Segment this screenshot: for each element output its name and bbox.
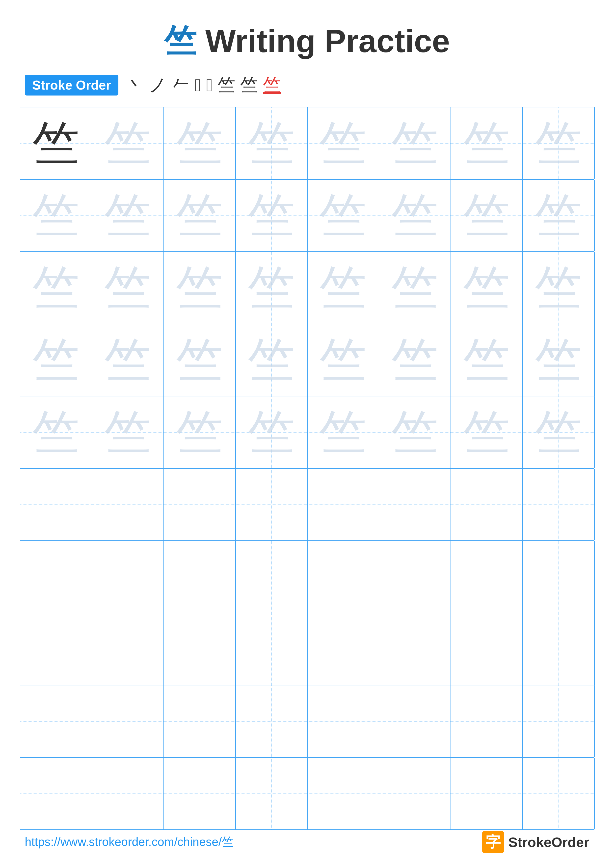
grid-cell[interactable] — [308, 541, 379, 613]
practice-char: 竺 — [33, 336, 79, 383]
stroke-2: ノ — [149, 73, 167, 97]
grid-cell[interactable] — [92, 469, 164, 540]
practice-char: 竺 — [176, 336, 223, 383]
grid-cell[interactable] — [379, 541, 451, 613]
grid-cell[interactable] — [236, 758, 308, 829]
grid-cell[interactable] — [164, 758, 236, 829]
grid-cell[interactable]: 竺 — [92, 107, 164, 179]
grid-cell[interactable]: 竺 — [164, 180, 236, 251]
practice-char: 竺 — [176, 264, 223, 311]
grid-cell[interactable] — [451, 541, 523, 613]
grid-cell[interactable]: 竺 — [308, 324, 379, 396]
grid-cell[interactable] — [20, 758, 92, 829]
grid-cell[interactable] — [164, 541, 236, 613]
grid-cell[interactable] — [92, 685, 164, 757]
grid-cell[interactable]: 竺 — [523, 107, 595, 179]
grid-cell[interactable] — [236, 613, 308, 685]
page-title: 竺 Writing Practice — [0, 20, 614, 64]
grid-cell[interactable] — [523, 685, 595, 757]
practice-char: 竺 — [320, 264, 367, 311]
grid-cell[interactable]: 竺 — [164, 252, 236, 324]
grid-cell[interactable] — [308, 685, 379, 757]
grid-cell[interactable]: 竺 — [308, 180, 379, 251]
grid-cell[interactable]: 竺 — [236, 252, 308, 324]
grid-cell[interactable]: 竺 — [379, 252, 451, 324]
grid-cell[interactable] — [164, 613, 236, 685]
practice-char: 竺 — [33, 120, 79, 167]
grid-cell[interactable] — [451, 469, 523, 540]
footer-brand: 字 StrokeOrder — [482, 831, 589, 853]
grid-cell[interactable]: 竺 — [523, 397, 595, 468]
grid-cell[interactable] — [308, 469, 379, 540]
grid-cell[interactable] — [523, 758, 595, 829]
grid-cell[interactable]: 竺 — [451, 324, 523, 396]
grid-cell[interactable] — [236, 685, 308, 757]
grid-cell[interactable] — [379, 685, 451, 757]
grid-cell[interactable]: 竺 — [20, 397, 92, 468]
practice-char: 竺 — [463, 336, 510, 383]
grid-cell[interactable] — [20, 685, 92, 757]
grid-cell[interactable]: 竺 — [451, 252, 523, 324]
grid-cell[interactable] — [379, 758, 451, 829]
grid-cell[interactable]: 竺 — [523, 252, 595, 324]
practice-char: 竺 — [463, 120, 510, 167]
practice-char: 竺 — [320, 192, 367, 239]
footer-url[interactable]: https://www.strokeorder.com/chinese/竺 — [25, 834, 233, 850]
grid-cell[interactable]: 竺 — [451, 107, 523, 179]
grid-cell[interactable] — [523, 613, 595, 685]
grid-cell[interactable]: 竺 — [20, 324, 92, 396]
grid-cell[interactable]: 竺 — [308, 107, 379, 179]
practice-char: 竺 — [320, 409, 367, 456]
practice-char: 竺 — [248, 336, 295, 383]
grid-cell[interactable] — [451, 685, 523, 757]
grid-cell[interactable]: 竺 — [92, 397, 164, 468]
grid-cell[interactable] — [523, 469, 595, 540]
grid-cell[interactable]: 竺 — [92, 180, 164, 251]
grid-cell[interactable] — [308, 758, 379, 829]
grid-cell[interactable]: 竺 — [451, 180, 523, 251]
grid-cell[interactable] — [20, 613, 92, 685]
practice-grid-container[interactable]: 竺竺竺竺竺竺竺竺竺竺竺竺竺竺竺竺竺竺竺竺竺竺竺竺竺竺竺竺竺竺竺竺竺竺竺竺竺竺竺竺 — [0, 107, 614, 830]
grid-cell[interactable]: 竺 — [236, 107, 308, 179]
grid-cell[interactable] — [20, 469, 92, 540]
grid-cell[interactable] — [92, 541, 164, 613]
grid-cell[interactable] — [379, 613, 451, 685]
grid-cell[interactable]: 竺 — [236, 180, 308, 251]
grid-cell[interactable]: 竺 — [164, 324, 236, 396]
grid-cell[interactable] — [92, 613, 164, 685]
grid-cell[interactable]: 竺 — [379, 180, 451, 251]
grid-cell[interactable]: 竺 — [523, 324, 595, 396]
grid-cell[interactable] — [523, 541, 595, 613]
practice-char: 竺 — [248, 409, 295, 456]
grid-cell[interactable]: 竺 — [164, 397, 236, 468]
grid-cell[interactable] — [20, 541, 92, 613]
grid-cell[interactable] — [308, 613, 379, 685]
practice-char: 竺 — [391, 120, 438, 167]
grid-cell[interactable] — [92, 758, 164, 829]
grid-cell[interactable] — [451, 758, 523, 829]
grid-cell[interactable]: 竺 — [451, 397, 523, 468]
grid-cell[interactable] — [164, 469, 236, 540]
grid-cell[interactable]: 竺 — [379, 397, 451, 468]
practice-char: 竺 — [391, 336, 438, 383]
grid-cell[interactable]: 竺 — [20, 180, 92, 251]
grid-cell[interactable]: 竺 — [308, 397, 379, 468]
stroke-7: 竺 — [240, 73, 258, 97]
grid-cell[interactable]: 竺 — [20, 252, 92, 324]
grid-cell[interactable]: 竺 — [523, 180, 595, 251]
grid-cell[interactable]: 竺 — [236, 397, 308, 468]
grid-cell[interactable]: 竺 — [308, 252, 379, 324]
grid-cell[interactable]: 竺 — [20, 107, 92, 179]
grid-cell[interactable]: 竺 — [164, 107, 236, 179]
grid-cell[interactable] — [236, 541, 308, 613]
stroke-order-row: Stroke Order 丶 ノ 𠂉 𠃋 𠃊 竺 竺 竺 — [0, 73, 614, 97]
grid-cell[interactable] — [164, 685, 236, 757]
grid-cell[interactable] — [451, 613, 523, 685]
grid-cell[interactable]: 竺 — [379, 324, 451, 396]
grid-cell[interactable]: 竺 — [92, 252, 164, 324]
grid-cell[interactable]: 竺 — [92, 324, 164, 396]
grid-cell[interactable] — [236, 469, 308, 540]
grid-cell[interactable] — [379, 469, 451, 540]
grid-cell[interactable]: 竺 — [236, 324, 308, 396]
grid-cell[interactable]: 竺 — [379, 107, 451, 179]
